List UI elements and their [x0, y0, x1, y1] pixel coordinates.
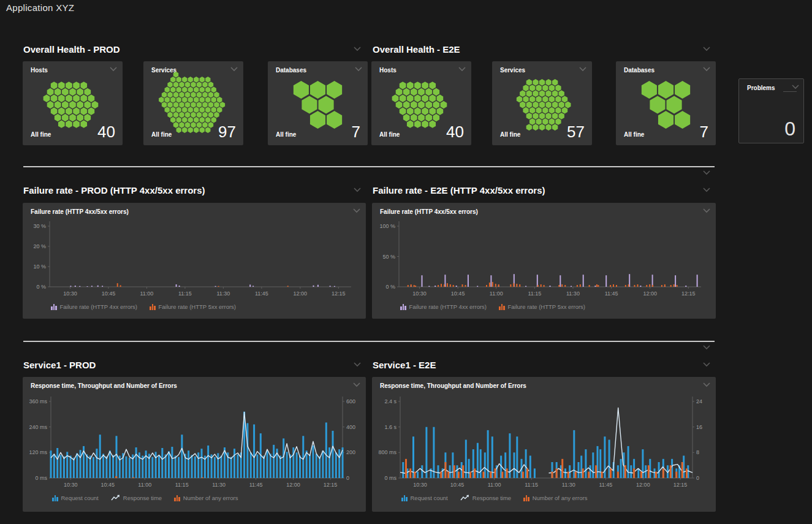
legend-label: Request count: [61, 495, 99, 501]
hexagon-entity: [411, 114, 417, 121]
hexagon-entity: [208, 112, 213, 118]
chart-tile-service-prod[interactable]: Response time, Throughput and Number of …: [23, 377, 366, 512]
hexagon-entity: [533, 102, 538, 108]
entity-count: 7: [700, 123, 708, 142]
hexagon-entity: [200, 117, 205, 123]
hexagon-entity: [539, 124, 545, 131]
bar-chart-icon: [401, 495, 408, 501]
svg-text:16: 16: [696, 424, 702, 430]
hexagon-entity: [77, 101, 83, 108]
svg-text:8: 8: [696, 449, 699, 455]
hexagon-entity: [403, 114, 410, 121]
hexagon-entity: [414, 107, 421, 115]
legend-item: Number of any errors: [523, 495, 587, 501]
hexagon-entity: [396, 88, 403, 96]
hexagon-entity: [403, 101, 410, 108]
health-tile-services-prod[interactable]: ServicesAll fine97: [143, 61, 243, 145]
status-label: All fine: [379, 131, 400, 138]
health-tile-services-e2e[interactable]: ServicesAll fine57: [492, 61, 592, 145]
hexagon-entity: [62, 101, 69, 108]
svg-text:11:30: 11:30: [216, 290, 230, 297]
hexagon-entity: [185, 92, 190, 98]
svg-text:12:00: 12:00: [636, 482, 650, 488]
hexagon-entity: [202, 82, 207, 88]
hexagon-entity: [66, 94, 72, 102]
svg-text:10:45: 10:45: [451, 290, 465, 297]
health-tile-hosts-e2e[interactable]: HostsAll fine40: [371, 61, 471, 145]
hexagon-entity: [327, 111, 342, 129]
hexagon-entity: [176, 97, 181, 103]
hexagon-entity: [294, 81, 309, 99]
chevron-down-icon[interactable]: [353, 46, 362, 51]
chevron-down-icon[interactable]: [702, 46, 711, 51]
hexagon-entity: [188, 117, 193, 123]
hexagon-entity: [529, 118, 535, 125]
hexagon-entity: [436, 94, 443, 102]
svg-text:11:15: 11:15: [528, 290, 541, 297]
hexagon-entity: [407, 107, 414, 115]
page-title: Application XYZ: [6, 2, 74, 13]
chart-legend: Failure rate (HTTP 4xx errors)Failure ra…: [51, 303, 236, 310]
hexagon-entity: [542, 96, 548, 102]
hexagon-entity: [188, 107, 193, 113]
hexagon-entity: [418, 114, 425, 121]
svg-text:12:15: 12:15: [681, 290, 696, 297]
hexagon-entity: [529, 85, 535, 91]
health-tile-databases-e2e[interactable]: DatabasesAll fine7: [616, 61, 716, 145]
svg-text:10:45: 10:45: [101, 482, 115, 488]
hexagon-entity: [539, 90, 545, 97]
entity-count: 40: [446, 123, 464, 142]
svg-text:12:15: 12:15: [332, 290, 346, 297]
hexagon-entity: [51, 82, 58, 89]
health-tile-databases-prod[interactable]: DatabasesAll fine7: [268, 61, 368, 145]
hexagon-entity: [200, 107, 205, 113]
chevron-down-icon[interactable]: [702, 362, 711, 367]
legend-label: Response time: [123, 495, 162, 501]
hexagon-entity: [533, 124, 538, 131]
hexagon-entity: [549, 107, 555, 114]
chart-tile-service-e2e[interactable]: Response time, Throughput and Number of …: [372, 377, 716, 512]
hexagon-entity: [73, 120, 80, 127]
hexagon-entity: [188, 77, 193, 83]
section-title-overall-health-prod: Overall Health - PROD: [23, 44, 120, 55]
legend-label: Request count: [411, 495, 448, 501]
hexagon-entity: [176, 117, 181, 123]
chart-tile-failure-prod[interactable]: Failure rate (HTTP 4xx/5xx errors)0 %10 …: [23, 203, 366, 319]
svg-text:12:15: 12:15: [324, 482, 338, 488]
chevron-down-icon[interactable]: [702, 170, 711, 175]
hexagon-entity: [188, 97, 193, 103]
svg-text:360 ms: 360 ms: [29, 398, 47, 404]
status-label: All fine: [624, 131, 644, 138]
health-tile-hosts-prod[interactable]: HostsAll fine40: [23, 61, 123, 145]
section-title-service1-e2e: Service1 - E2E: [373, 360, 436, 370]
hexagon-entity: [200, 77, 205, 83]
svg-text:12:15: 12:15: [674, 482, 688, 488]
section-title-failure-rate-e2e: Failure rate - E2E (HTTP 4xx/5xx errors): [373, 185, 545, 196]
bar-chart-icon: [523, 495, 529, 501]
legend-label: Response time: [472, 495, 511, 501]
status-label: All fine: [151, 131, 172, 138]
chevron-down-icon[interactable]: [702, 187, 711, 192]
svg-text:12:00: 12:00: [286, 482, 300, 488]
section-divider: [23, 341, 715, 342]
bar-chart-icon: [400, 303, 406, 310]
svg-text:100 %: 100 %: [379, 223, 395, 229]
chart-tile-failure-e2e[interactable]: Failure rate (HTTP 4xx/5xx errors)0 %50 …: [372, 203, 716, 319]
chevron-down-icon[interactable]: [791, 84, 800, 89]
hexagon-entity: [179, 102, 184, 108]
svg-text:10 %: 10 %: [33, 264, 46, 270]
hexagon-entity: [407, 94, 414, 102]
chart-plot: 0 ms120 ms240 ms360 ms020040060010:3010:…: [23, 377, 366, 512]
hexagon-entity: [194, 86, 199, 93]
legend-item: Request count: [52, 495, 99, 501]
chevron-down-icon[interactable]: [702, 344, 711, 350]
chevron-down-icon[interactable]: [353, 187, 362, 192]
hexagon-entity: [517, 96, 522, 102]
chevron-down-icon[interactable]: [353, 362, 362, 367]
hexagon-entity: [208, 82, 213, 88]
hexagon-entity: [414, 94, 421, 102]
legend-item: Request count: [401, 495, 448, 501]
problems-tile[interactable]: Problems 0: [738, 78, 804, 143]
hexagon-entity: [88, 94, 94, 102]
hexagon-entity: [555, 107, 561, 114]
